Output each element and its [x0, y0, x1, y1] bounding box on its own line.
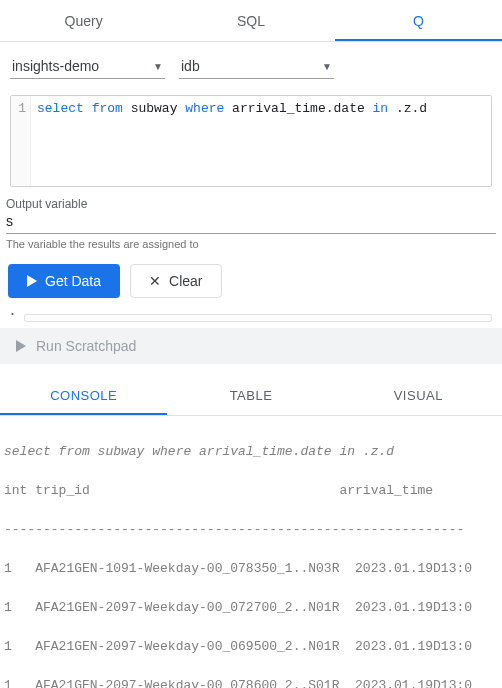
tab-table[interactable]: TABLE [167, 378, 334, 415]
datasource-row: insights-demo ▼ idb ▼ [0, 42, 502, 85]
top-tabs: Query SQL Q [0, 0, 502, 42]
action-buttons: Get Data Clear [0, 260, 502, 306]
editor-gutter: 1 [11, 96, 31, 186]
console-divider: ----------------------------------------… [4, 520, 498, 540]
database-select-value: idb [181, 58, 200, 74]
close-icon [149, 273, 161, 289]
clear-label: Clear [169, 273, 202, 289]
console-row: 1 AFA21GEN-1091-Weekday-00_078350_1..N03… [4, 559, 498, 579]
run-scratchpad-label: Run Scratchpad [36, 338, 136, 354]
console-row: 1 AFA21GEN-2097-Weekday-00_078600_2..S01… [4, 676, 498, 689]
results-tabs: CONSOLE TABLE VISUAL [0, 378, 502, 416]
console-row: 1 AFA21GEN-2097-Weekday-00_069500_2..N01… [4, 637, 498, 657]
output-variable-input[interactable]: s [6, 211, 496, 234]
editor-content[interactable]: select from subway where arrival_time.da… [31, 96, 491, 186]
code-editor[interactable]: 1 select from subway where arrival_time.… [10, 95, 492, 187]
tab-sql[interactable]: SQL [167, 0, 334, 41]
database-select[interactable]: idb ▼ [179, 54, 334, 79]
output-variable-label: Output variable [0, 197, 502, 211]
tab-console[interactable]: CONSOLE [0, 378, 167, 415]
tab-query[interactable]: Query [0, 0, 167, 41]
clear-button[interactable]: Clear [130, 264, 221, 298]
console-row: 1 AFA21GEN-2097-Weekday-00_072700_2..N01… [4, 598, 498, 618]
run-scratchpad-button: Run Scratchpad [0, 328, 502, 364]
chevron-down-icon: ▼ [153, 61, 163, 72]
spacer-dot: . [0, 306, 502, 312]
source-select-value: insights-demo [12, 58, 99, 74]
console-output: select from subway where arrival_time.da… [0, 416, 502, 688]
tab-q[interactable]: Q [335, 0, 502, 41]
get-data-button[interactable]: Get Data [8, 264, 120, 298]
tab-visual[interactable]: VISUAL [335, 378, 502, 415]
play-icon [16, 340, 26, 352]
source-select[interactable]: insights-demo ▼ [10, 54, 165, 79]
thin-divider-box [24, 314, 492, 322]
chevron-down-icon: ▼ [322, 61, 332, 72]
console-header: int trip_id arrival_time [4, 481, 498, 501]
get-data-label: Get Data [45, 273, 101, 289]
console-query-echo: select from subway where arrival_time.da… [4, 442, 498, 462]
output-variable-help: The variable the results are assigned to [0, 234, 502, 260]
play-icon [27, 275, 37, 287]
